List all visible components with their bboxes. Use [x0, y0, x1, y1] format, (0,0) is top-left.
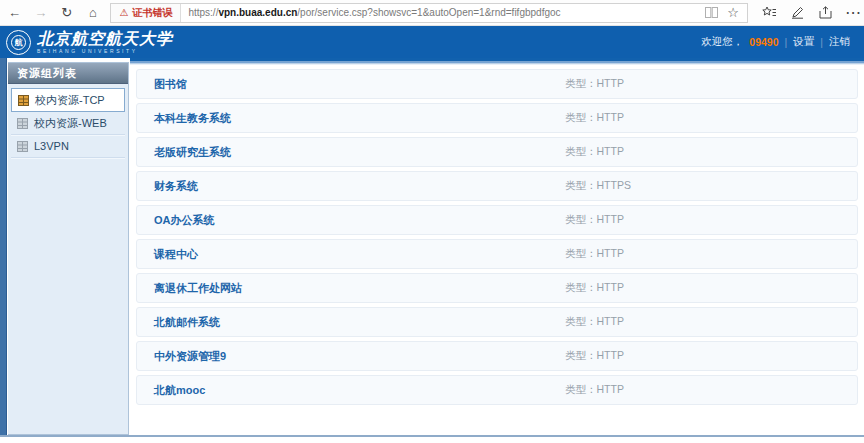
resource-type: 类型：HTTP: [565, 213, 624, 227]
header-accent-bar: [130, 58, 864, 65]
more-options-icon[interactable]: ⋯: [842, 2, 864, 24]
resource-name-link[interactable]: 图书馆: [137, 77, 187, 92]
resource-group-icon: [17, 118, 28, 129]
resource-group-icon: [18, 95, 29, 106]
separator: |: [820, 36, 823, 48]
resource-row-oa-office[interactable]: OA办公系统 类型：HTTP: [136, 205, 858, 235]
url-path: /por/service.csp?showsvc=1&autoOpen=1&rn…: [297, 7, 560, 18]
url-text[interactable]: https://vpn.buaa.edu.cn/por/service.csp?…: [181, 7, 701, 18]
resource-name-link[interactable]: 北航邮件系统: [137, 315, 220, 330]
sidebar-item-label: L3VPN: [34, 140, 69, 152]
user-area: 欢迎您，09490 | 设置 | 注销: [701, 35, 850, 49]
sidebar-item-label: 校内资源-WEB: [34, 116, 107, 131]
resource-name-link[interactable]: 课程中心: [137, 247, 198, 262]
resource-name-link[interactable]: 老版研究生系统: [137, 145, 231, 160]
forward-button[interactable]: →: [29, 2, 52, 24]
back-button[interactable]: ←: [3, 2, 26, 24]
resource-group-icon: [17, 141, 28, 152]
sidebar-item-label: 校内资源-TCP: [35, 93, 105, 108]
reading-view-icon[interactable]: [701, 2, 721, 24]
browser-toolbar: ← → ↻ ⌂ ⚠ 证书错误 https://vpn.buaa.edu.cn/p…: [0, 0, 864, 26]
settings-link[interactable]: 设置: [793, 35, 814, 49]
share-icon[interactable]: [814, 2, 836, 24]
page-footer-line: [0, 435, 864, 437]
favorite-star-icon[interactable]: ☆: [723, 2, 743, 24]
address-bar[interactable]: ⚠ 证书错误 https://vpn.buaa.edu.cn/por/servi…: [110, 3, 748, 23]
resource-name-link[interactable]: 离退休工作处网站: [137, 281, 242, 296]
resource-row-mail-system[interactable]: 北航邮件系统 类型：HTTP: [136, 307, 858, 337]
separator: |: [785, 36, 788, 48]
university-name-en: BEIHANG UNIVERSITY: [37, 49, 173, 54]
resource-row-mooc[interactable]: 北航mooc 类型：HTTP: [136, 375, 858, 405]
resource-group-sidebar: 资源组列表 校内资源-TCP 校内资源-WEB L3VPN: [8, 62, 129, 435]
university-logo: 航: [6, 30, 31, 55]
username: 09490: [749, 36, 778, 48]
page-left-margin: [0, 58, 7, 437]
resource-type: 类型：HTTP: [565, 349, 624, 363]
university-logo-emblem: 航: [11, 35, 26, 50]
resource-row-course-center[interactable]: 课程中心 类型：HTTP: [136, 239, 858, 269]
resource-list: 图书馆 类型：HTTP 本科生教务系统 类型：HTTP 老版研究生系统 类型：H…: [130, 65, 864, 405]
resource-row-resource-management[interactable]: 中外资源管理9 类型：HTTP: [136, 341, 858, 371]
hub-favorites-icon[interactable]: [758, 2, 780, 24]
resource-row-old-graduate-system[interactable]: 老版研究生系统 类型：HTTP: [136, 137, 858, 167]
certificate-error-label: 证书错误: [132, 6, 172, 20]
resource-type: 类型：HTTP: [565, 247, 624, 261]
web-notes-pen-icon[interactable]: [786, 2, 808, 24]
resource-name-link[interactable]: OA办公系统: [137, 213, 215, 228]
resource-row-library[interactable]: 图书馆 类型：HTTP: [136, 69, 858, 99]
home-button[interactable]: ⌂: [81, 2, 104, 24]
certificate-error-badge[interactable]: ⚠ 证书错误: [111, 4, 181, 22]
url-domain: vpn.buaa.edu.cn: [218, 7, 297, 18]
sidebar-title: 资源组列表: [8, 63, 128, 84]
sidebar-item-l3vpn[interactable]: L3VPN: [11, 135, 125, 158]
resource-row-retirement-office[interactable]: 离退休工作处网站 类型：HTTP: [136, 273, 858, 303]
resource-list-panel: 图书馆 类型：HTTP 本科生教务系统 类型：HTTP 老版研究生系统 类型：H…: [130, 58, 864, 435]
resource-name-link[interactable]: 本科生教务系统: [137, 111, 231, 126]
resource-type: 类型：HTTPS: [565, 179, 631, 193]
university-brand: 航 北京航空航天大学 BEIHANG UNIVERSITY: [6, 30, 173, 55]
resource-type: 类型：HTTP: [565, 383, 624, 397]
resource-type: 类型：HTTP: [565, 77, 624, 91]
resource-type: 类型：HTTP: [565, 281, 624, 295]
resource-type: 类型：HTTP: [565, 315, 624, 329]
site-header: 航 北京航空航天大学 BEIHANG UNIVERSITY 欢迎您，09490 …: [0, 26, 864, 58]
welcome-label: 欢迎您，: [701, 35, 743, 49]
resource-row-finance-system[interactable]: 财务系统 类型：HTTPS: [136, 171, 858, 201]
resource-name-link[interactable]: 财务系统: [137, 179, 198, 194]
sidebar-item-intranet-tcp[interactable]: 校内资源-TCP: [11, 88, 125, 112]
warning-icon: ⚠: [119, 7, 128, 18]
resource-row-undergrad-affairs[interactable]: 本科生教务系统 类型：HTTP: [136, 103, 858, 133]
resource-type: 类型：HTTP: [565, 111, 624, 125]
refresh-button[interactable]: ↻: [55, 2, 78, 24]
url-scheme: https://: [188, 7, 218, 18]
page-body: 资源组列表 校内资源-TCP 校内资源-WEB L3VPN 图书馆 类型：HTT…: [0, 58, 864, 439]
resource-type: 类型：HTTP: [565, 145, 624, 159]
sidebar-item-intranet-web[interactable]: 校内资源-WEB: [11, 112, 125, 135]
resource-name-link[interactable]: 中外资源管理9: [137, 349, 226, 364]
resource-name-link[interactable]: 北航mooc: [137, 383, 205, 398]
logout-link[interactable]: 注销: [829, 35, 850, 49]
university-name-cn: 北京航空航天大学: [37, 31, 173, 47]
